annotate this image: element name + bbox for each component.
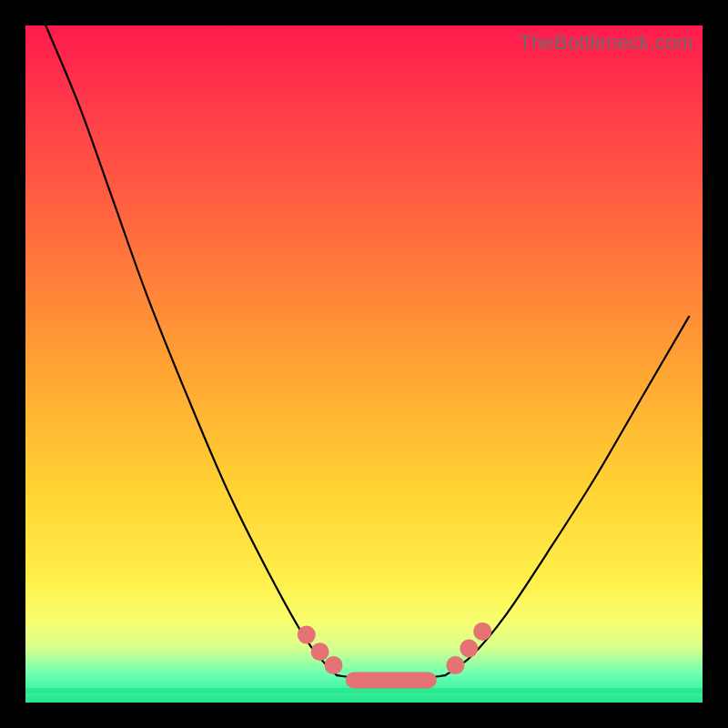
curve-right-branch bbox=[445, 317, 689, 675]
marker-dot bbox=[473, 622, 491, 641]
curve-left-branch bbox=[46, 25, 337, 675]
marker-dot bbox=[298, 626, 316, 644]
marker-dot bbox=[446, 656, 464, 674]
marker-capsule bbox=[346, 672, 437, 688]
chart-frame: TheBottleneck.com bbox=[0, 0, 728, 728]
curve-svg bbox=[25, 25, 703, 703]
curve-markers bbox=[298, 622, 491, 689]
marker-dot bbox=[460, 640, 478, 658]
marker-dot bbox=[311, 642, 329, 661]
plot-area: TheBottleneck.com bbox=[25, 25, 703, 703]
marker-dot bbox=[325, 656, 343, 674]
